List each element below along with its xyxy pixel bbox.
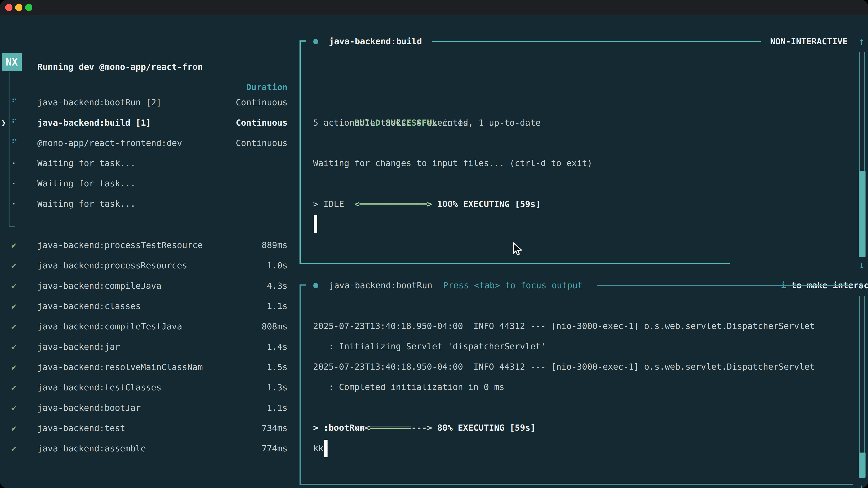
task-name: java-backend:bootJar (37, 398, 141, 418)
mouse-cursor (512, 242, 524, 256)
bootrun-progress-line: <<<════════---> 80% EXECUTING [59s] (313, 397, 535, 418)
task-check-icon: ✔ (11, 235, 17, 255)
task-pending-icon: · (11, 194, 17, 214)
build-success-line: BUILD SUCCESSFUL in 1s (313, 92, 468, 112)
task-row-done[interactable]: ✔java-backend:compileJava4.3s (0, 275, 296, 296)
progress-bar: ════════ (370, 423, 411, 433)
task-name: java-backend:compileTestJava (37, 316, 182, 337)
task-row-done[interactable]: ✔java-backend:test734ms (0, 418, 296, 438)
bootrun-scrollbar-track[interactable] (859, 296, 865, 453)
build-progress-line: <═════════════> 100% EXECUTING [59s] (313, 173, 541, 194)
status-bar: ← 1/2 → quit: q help: ? (0, 479, 296, 488)
task-duration: 1.0s (267, 255, 287, 275)
task-duration: 1.4s (267, 337, 287, 357)
task-name: java-backend:processResources (37, 255, 187, 275)
task-row-pending[interactable]: ·Waiting for task... (0, 153, 296, 173)
task-name: java-backend:compileJava (37, 275, 161, 296)
task-name: java-backend:processTestResource (37, 235, 203, 255)
task-row-running[interactable]: ⠋java-backend:bootRun [2]Continuous (0, 92, 296, 112)
close-window-icon[interactable] (5, 4, 12, 11)
task-name: java-backend:assemble (37, 438, 146, 459)
selected-task-pointer-icon: ❯ (1, 112, 6, 133)
task-duration: 889ms (262, 235, 287, 255)
bootrun-scroll-down-icon[interactable]: ↓ (855, 477, 868, 488)
build-scroll-up-icon[interactable]: ↑ (855, 31, 868, 52)
task-list-header: Running dev @mono-app/react-fron Duratio… (0, 36, 296, 57)
task-row-done[interactable]: ✔java-backend:processResources1.0s (0, 255, 296, 275)
build-idle-line: > IDLE (313, 194, 344, 214)
task-check-icon: ✔ (11, 296, 17, 316)
window-titlebar[interactable] (0, 0, 868, 15)
interactive-hint: i to make interactive (740, 255, 868, 275)
task-status-dot-icon (313, 39, 318, 44)
build-pane-bottom-border (300, 263, 730, 264)
task-check-icon: ✔ (11, 398, 17, 418)
task-check-icon: ✔ (11, 438, 17, 459)
task-check-icon: ✔ (11, 377, 17, 398)
task-check-icon: ✔ (11, 275, 17, 296)
bootrun-scrollbar-thumb[interactable] (859, 453, 866, 478)
task-check-icon: ✔ (11, 316, 17, 337)
bootrun-pane-header-line (597, 285, 852, 286)
task-row-pending[interactable]: ·Waiting for task... (0, 194, 296, 214)
task-status-dot-icon (313, 283, 318, 288)
progress-status-text: 100% EXECUTING [59s] (432, 199, 540, 209)
build-pane-text-cursor (314, 215, 317, 233)
task-row-running[interactable]: ⠋@mono-app/react-frontend:devContinuous (0, 133, 296, 153)
task-row-done[interactable]: ✔java-backend:resolveMainClassNam1.5s (0, 357, 296, 377)
task-name: java-backend:testClasses (37, 377, 161, 398)
build-scrollbar-thumb[interactable] (859, 171, 866, 257)
task-row-pending[interactable]: ·Waiting for task... (0, 173, 296, 194)
progress-remaining: ---> (411, 423, 432, 433)
log-line: 2025-07-23T13:40:18.950-04:00 INFO 44312… (313, 357, 815, 377)
log-line: 2025-07-23T13:40:18.950-04:00 INFO 44312… (313, 316, 815, 336)
progress-bar: <═════════════> (354, 199, 432, 209)
task-name: @mono-app/react-frontend:dev (37, 133, 182, 153)
task-duration: 1.1s (267, 398, 287, 418)
terminal-window: NX Running dev @mono-app/react-fron Dura… (0, 0, 868, 488)
task-name: Waiting for task... (37, 153, 135, 173)
task-pending-icon: · (11, 153, 17, 173)
task-name: java-backend:test (37, 418, 125, 438)
task-row-done[interactable]: ✔java-backend:compileTestJava808ms (0, 316, 296, 337)
task-name: java-backend:bootRun [2] (37, 92, 161, 112)
task-row-done[interactable]: ✔java-backend:jar1.4s (0, 337, 296, 357)
task-row-done[interactable]: ✔java-backend:testClasses1.3s (0, 377, 296, 398)
task-duration: 734ms (262, 418, 287, 438)
task-duration: Continuous (236, 112, 287, 133)
task-row-done[interactable]: ✔java-backend:classes1.1s (0, 296, 296, 316)
task-duration: 774ms (262, 438, 287, 459)
task-row-running[interactable]: ❯⠋java-backend:build [1]Continuous (0, 112, 296, 133)
build-pane-title: java-backend:build (329, 31, 422, 52)
log-line: : Initializing Servlet 'dispatcherServle… (313, 336, 546, 357)
build-scroll-down-icon[interactable]: ↓ (855, 255, 868, 275)
task-check-icon: ✔ (11, 337, 17, 357)
build-waiting-line: Waiting for changes to input files... (c… (313, 153, 592, 173)
bootrun-scroll-up-icon[interactable]: ↑ (855, 275, 868, 295)
terminal-screen: NX Running dev @mono-app/react-fron Dura… (0, 15, 868, 488)
build-tasks-summary: 5 actionable tasks: 4 executed, 1 up-to-… (313, 112, 541, 133)
task-spinner-icon: ⠋ (11, 92, 18, 112)
progress-status-text: 80% EXECUTING [59s] (432, 423, 535, 433)
build-scrollbar-track[interactable] (859, 52, 865, 171)
task-row-done[interactable]: ✔java-backend:bootJar1.1s (0, 398, 296, 418)
build-pane-left-border (300, 40, 301, 264)
bootrun-pane-text-cursor (324, 440, 328, 457)
task-duration: 808ms (262, 316, 287, 337)
zoom-window-icon[interactable] (25, 4, 32, 11)
task-check-icon: ✔ (11, 357, 17, 377)
task-spinner-icon: ⠋ (11, 112, 18, 133)
task-name: java-backend:classes (37, 296, 141, 316)
task-duration: Continuous (236, 92, 287, 112)
task-row-done[interactable]: ✔java-backend:assemble774ms (0, 438, 296, 459)
focus-output-hint: Press <tab> to focus output (443, 275, 583, 295)
task-row-done[interactable]: ✔java-backend:processTestResource889ms (0, 235, 296, 255)
bootrun-pane-bottom-border (300, 484, 852, 485)
task-name: Waiting for task... (37, 194, 135, 214)
task-duration: 1.1s (267, 296, 287, 316)
task-pending-icon: · (11, 173, 17, 194)
task-duration: 4.3s (267, 275, 287, 296)
task-check-icon: ✔ (11, 418, 17, 438)
task-name: java-backend:build [1] (37, 112, 151, 133)
minimize-window-icon[interactable] (15, 4, 22, 11)
